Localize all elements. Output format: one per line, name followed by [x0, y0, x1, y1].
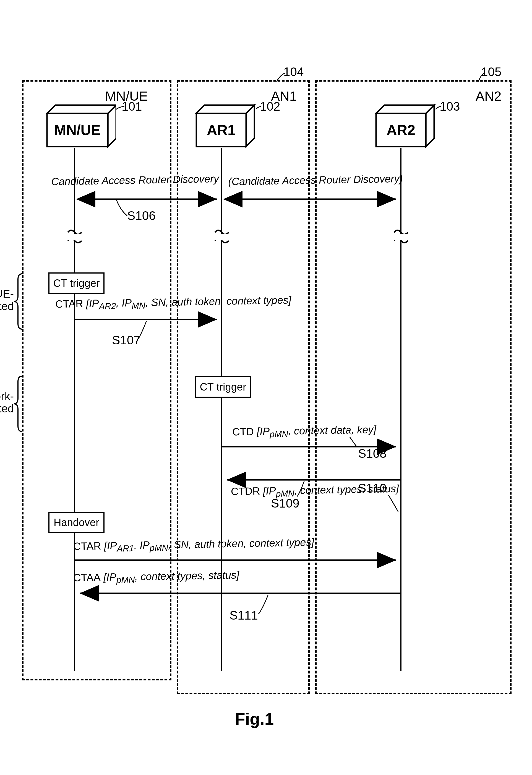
- figure-label: Fig.1: [235, 709, 274, 729]
- sequence-diagram: MN/UE AN1 104 AN2 105 MN/UE 101 AR1 102 …: [11, 11, 520, 763]
- side-ue-init: UE- initiated: [0, 288, 14, 312]
- side-nw-init: Network- initiated: [0, 390, 14, 415]
- braces: [11, 11, 520, 763]
